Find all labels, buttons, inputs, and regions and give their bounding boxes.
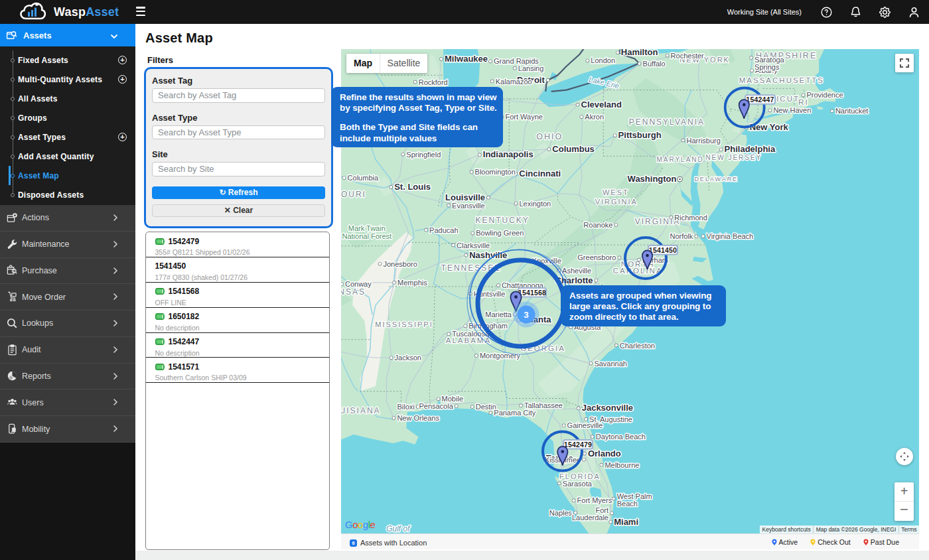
svg-text:Rockford: Rockford xyxy=(419,78,448,86)
svg-text:Tuscaloosa: Tuscaloosa xyxy=(452,330,490,338)
svg-text:Rochester: Rochester xyxy=(671,52,704,60)
svg-text:Roanoke: Roanoke xyxy=(583,221,612,229)
svg-text:Greensboro: Greensboro xyxy=(577,253,616,261)
svg-text:Paducah: Paducah xyxy=(429,226,458,234)
svg-text:Gainesville: Gainesville xyxy=(567,421,603,429)
svg-text:Mark Twain: Mark Twain xyxy=(348,224,386,232)
svg-text:Melbourne: Melbourne xyxy=(605,461,639,469)
svg-text:Springs: Springs xyxy=(754,63,780,71)
svg-text:Orlando: Orlando xyxy=(588,449,621,458)
svg-text:NSAS: NSAS xyxy=(341,287,366,297)
svg-text:Jacksonville: Jacksonville xyxy=(582,403,633,413)
svg-text:NEW JERSEY: NEW JERSEY xyxy=(705,154,762,161)
svg-text:Pittsburgh: Pittsburgh xyxy=(618,130,662,140)
svg-text:Louisville: Louisville xyxy=(445,192,485,202)
svg-text:Charleston: Charleston xyxy=(620,342,655,350)
svg-text:VIRGINIA: VIRGINIA xyxy=(595,198,638,206)
svg-text:1542479: 1542479 xyxy=(564,441,592,449)
svg-text:Harrisburg: Harrisburg xyxy=(687,137,721,145)
svg-text:New Orleans: New Orleans xyxy=(397,414,439,422)
svg-text:Milwaukee: Milwaukee xyxy=(445,54,488,64)
svg-text:Bowling Green: Bowling Green xyxy=(476,229,524,237)
svg-text:1541450: 1541450 xyxy=(649,246,677,254)
svg-text:WEST: WEST xyxy=(603,188,629,196)
svg-text:Miami: Miami xyxy=(614,517,638,527)
svg-text:Tallahassee: Tallahassee xyxy=(524,401,563,409)
svg-text:OUISIANA: OUISIANA xyxy=(341,406,381,415)
svg-text:OHIO: OHIO xyxy=(536,132,563,141)
svg-text:CAROLINA: CAROLINA xyxy=(613,267,663,275)
svg-text:MISSISSIPPI: MISSISSIPPI xyxy=(375,320,433,328)
svg-text:National Forest: National Forest xyxy=(342,232,392,240)
svg-text:3: 3 xyxy=(524,310,529,320)
svg-text:Bloomington: Bloomington xyxy=(475,168,516,176)
svg-text:MARYLAND: MARYLAND xyxy=(656,156,703,163)
svg-text:Kalamazoo: Kalamazoo xyxy=(496,78,532,86)
svg-text:Richmond: Richmond xyxy=(674,214,707,222)
svg-text:PENNSYLVANIA: PENNSYLVANIA xyxy=(629,117,705,127)
svg-text:Marietta: Marietta xyxy=(485,311,512,318)
svg-text:Memphis: Memphis xyxy=(397,279,427,287)
svg-text:Nashville: Nashville xyxy=(469,250,507,260)
svg-text:Philadelphia: Philadelphia xyxy=(725,144,776,154)
svg-text:Montgomery: Montgomery xyxy=(480,352,521,360)
svg-text:Biloxi: Biloxi xyxy=(397,403,415,411)
svg-text:Columbia: Columbia xyxy=(348,174,379,182)
svg-text:Jonesboro: Jonesboro xyxy=(384,260,417,268)
svg-text:Lexington: Lexington xyxy=(520,200,551,208)
svg-text:Nantucket: Nantucket xyxy=(835,107,869,115)
svg-text:Cleveland: Cleveland xyxy=(581,100,622,109)
svg-text:Indianapolis: Indianapolis xyxy=(483,149,534,159)
svg-text:Sarasota: Sarasota xyxy=(563,480,593,488)
svg-text:DELAWARE: DELAWARE xyxy=(694,176,738,182)
svg-text:1541568: 1541568 xyxy=(518,289,546,297)
svg-text:Savannah: Savannah xyxy=(594,360,627,368)
svg-text:Daytona Beach: Daytona Beach xyxy=(596,433,646,441)
svg-text:KENTUCKY: KENTUCKY xyxy=(476,216,530,225)
svg-text:New Haven: New Haven xyxy=(773,106,811,114)
svg-text:London: London xyxy=(591,56,615,64)
svg-text:Lauderdale: Lauderdale xyxy=(572,514,608,522)
svg-text:Fort Wayne: Fort Wayne xyxy=(506,113,543,121)
svg-text:Naples: Naples xyxy=(549,509,573,517)
svg-text:Cincinnati: Cincinnati xyxy=(519,169,561,178)
svg-text:VIRGINIA: VIRGINIA xyxy=(635,217,681,226)
svg-text:Hamilton: Hamilton xyxy=(621,49,658,57)
svg-text:Panama City: Panama City xyxy=(494,409,536,417)
svg-text:Asheville: Asheville xyxy=(562,267,591,275)
svg-text:Clarksville: Clarksville xyxy=(457,242,490,249)
svg-text:Norfolk: Norfolk xyxy=(670,232,693,240)
svg-text:1542447: 1542447 xyxy=(746,96,774,104)
svg-text:Fort Myers: Fort Myers xyxy=(577,496,612,504)
svg-text:Virginia Beach: Virginia Beach xyxy=(707,232,754,240)
svg-text:Lansing: Lansing xyxy=(518,64,544,72)
svg-text:Destin: Destin xyxy=(476,403,496,411)
svg-text:OURI: OURI xyxy=(341,190,366,199)
svg-text:RI: RI xyxy=(798,98,809,106)
svg-text:St. Louis: St. Louis xyxy=(394,182,431,192)
svg-text:Springfield: Springfield xyxy=(406,151,441,159)
svg-text:Buffalo: Buffalo xyxy=(643,60,666,68)
svg-text:Providence: Providence xyxy=(807,91,843,99)
svg-text:Akron: Akron xyxy=(585,113,604,121)
svg-text:Washington: Washington xyxy=(628,174,677,184)
svg-text:Gulf of: Gulf of xyxy=(386,524,411,533)
svg-text:Conway: Conway xyxy=(345,280,372,288)
svg-text:MASSACHUSETTS: MASSACHUSETTS xyxy=(739,76,824,84)
svg-text:Beach: Beach xyxy=(617,500,638,508)
svg-text:Columbus: Columbus xyxy=(552,144,595,154)
svg-text:Evansville: Evansville xyxy=(452,202,485,210)
svg-text:Jackson: Jackson xyxy=(395,354,421,362)
svg-text:Pensacola: Pensacola xyxy=(419,402,453,410)
